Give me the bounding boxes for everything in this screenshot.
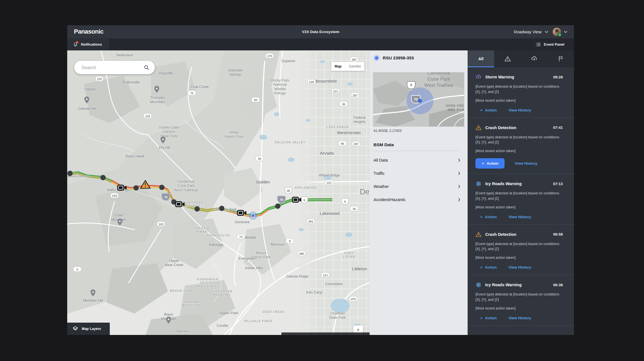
event-time: 07:41 [553, 125, 563, 130]
bsm-item-weather[interactable]: Weather [374, 180, 461, 193]
divider [372, 151, 459, 151]
camera-marker[interactable] [291, 196, 302, 203]
rsu-status-dot [374, 55, 380, 61]
toolbar: Notfications Event Panel [67, 38, 574, 50]
event-title: Crash Detection [485, 232, 516, 237]
camera-marker[interactable] [175, 201, 185, 208]
add-action-button[interactable]: +Action [480, 265, 497, 270]
event-tab-warning[interactable] [494, 50, 521, 67]
event-tabs: All [468, 50, 574, 67]
rsu-title: RSU 23958-353 [383, 55, 414, 60]
bsm-item-label: Traffic [374, 171, 384, 176]
camera-marker[interactable] [237, 209, 247, 216]
chevron-right-icon [457, 197, 461, 202]
rsu-minimap[interactable]: 6 70 Centennial Cone Park West Trailhea … [373, 72, 464, 127]
view-history-link[interactable]: View History [508, 265, 531, 269]
road-shield: 128 [307, 79, 316, 85]
map-layers-button[interactable]: Map Layers [67, 323, 110, 335]
chevron-right-icon [457, 171, 461, 176]
event-description: [Event type] detected at [location] base… [475, 84, 561, 95]
search-icon[interactable] [144, 65, 149, 70]
plus-icon: + [480, 108, 483, 113]
road-shield: 36 [339, 101, 348, 107]
map-type-toggle: Map Satellite [331, 62, 364, 71]
bell-icon [73, 42, 78, 47]
road-shield: 26 [350, 206, 358, 211]
search-input[interactable] [81, 65, 144, 71]
storm-icon [531, 55, 538, 62]
event-list: Storm Warning 09:28 [Event type] detecte… [468, 67, 574, 326]
road-shield: 6 [341, 198, 349, 205]
map-type-map[interactable]: Map [331, 62, 345, 71]
map-type-satellite[interactable]: Satellite [345, 62, 364, 71]
event-tab-storm[interactable] [521, 50, 547, 67]
notifications-button[interactable]: Notfications [67, 38, 110, 50]
road-shield: 93 [255, 156, 264, 161]
bsm-item-label: Accident/Hazards [374, 197, 405, 202]
event-dot-marker[interactable] [219, 206, 225, 211]
event-action-note: [Most recent action taken] [475, 149, 563, 153]
road-shield: 119 [143, 113, 152, 119]
event-dot-marker[interactable] [159, 185, 165, 190]
map-search [74, 61, 155, 74]
event-dot-marker[interactable] [67, 171, 73, 176]
event-description: [Event type] detected at [location] base… [475, 135, 561, 145]
road-shield: 5 [73, 267, 81, 272]
event-panel-button[interactable]: Event Panel [530, 38, 574, 50]
us-6-shield: 6 [407, 81, 416, 89]
hazard-warning-marker[interactable] [140, 180, 151, 189]
view-history-link[interactable]: View History [508, 108, 531, 112]
bsm-item-traffic[interactable]: Traffic [374, 167, 461, 180]
event-description: [Event type] detected at [location] base… [475, 191, 561, 201]
content-area: NederlandSuperiorEldorado SpringsPinecli… [67, 50, 574, 335]
map-canvas[interactable]: NederlandSuperiorEldorado SpringsPinecli… [67, 50, 370, 335]
layers-icon [72, 326, 78, 332]
rsu-location-marker[interactable] [249, 211, 257, 220]
chevron-down-icon [563, 30, 568, 34]
view-selector[interactable]: Roadway View [514, 29, 549, 34]
add-action-button[interactable]: +Action [480, 316, 497, 320]
event-tab-all[interactable]: All [468, 50, 494, 67]
road-shield: 287 [350, 57, 358, 62]
event-dot-marker[interactable] [101, 175, 106, 180]
road-shield: 121 [321, 273, 330, 278]
road-shield: 121 [325, 180, 333, 185]
view-history-link[interactable]: View History [515, 161, 537, 166]
minimap-area-label: SODA CREE AND M&B [438, 104, 464, 112]
map-attribution-bar [281, 332, 370, 335]
view-history-link[interactable]: View History [508, 316, 531, 320]
bsm-item-accident-hazards[interactable]: Accident/Hazards [374, 193, 461, 206]
place-pin-icon [160, 136, 166, 144]
add-action-button[interactable]: +Action [480, 108, 497, 113]
event-tab-flag[interactable] [547, 50, 574, 67]
add-action-button[interactable]: +Action [480, 215, 497, 219]
rsu-location-dot [418, 99, 422, 103]
event-title: Crash Detection [485, 125, 516, 130]
place-pin-icon [84, 96, 90, 104]
app-window: Panasonic V2X Data Ecosystem Roadway Vie… [67, 25, 574, 335]
place-pin-icon [154, 86, 160, 93]
screen: Panasonic V2X Data Ecosystem Roadway Vie… [0, 0, 644, 361]
list-icon [535, 42, 541, 47]
notification-badge [76, 41, 78, 43]
view-history-link[interactable]: View History [508, 215, 531, 219]
road-shield: 287 [352, 141, 360, 146]
notifications-label: Notfications [81, 42, 102, 46]
bsm-item-all-data[interactable]: All Data [374, 153, 461, 167]
bsm-section-title: BSM Data [374, 142, 394, 147]
online-status-dot [558, 33, 562, 37]
event-dot-marker[interactable] [275, 204, 281, 209]
chevron-right-icon [457, 184, 461, 189]
event-dot-marker[interactable] [195, 206, 200, 212]
road-shield: 74 [237, 234, 245, 239]
add-action-button[interactable]: +Action [475, 158, 505, 169]
plus-icon: + [482, 161, 484, 166]
event-dot-marker[interactable] [134, 185, 139, 191]
ice-icon [475, 181, 482, 187]
event-time: 07:13 [553, 182, 563, 186]
road-shield: 119 [95, 76, 104, 81]
event-card: Icy Roads Warning 06:38 [Event type] det… [468, 275, 574, 326]
user-menu[interactable] [553, 28, 568, 36]
event-time: 06:38 [553, 283, 563, 287]
camera-marker[interactable] [117, 184, 127, 191]
